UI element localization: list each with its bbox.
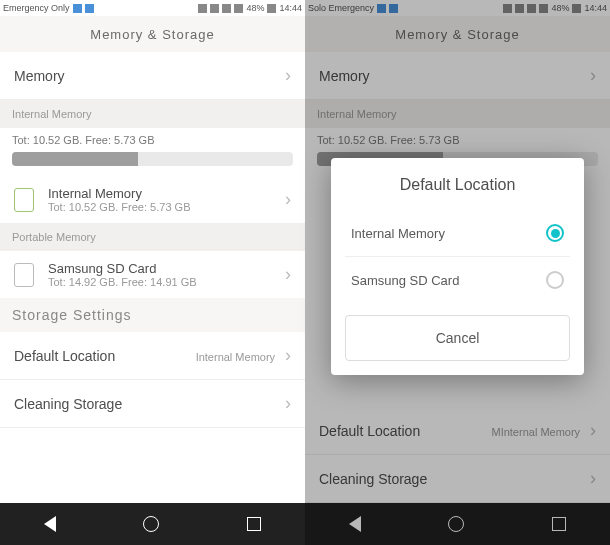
signal-icon	[198, 4, 207, 13]
option-label: Samsung SD Card	[351, 273, 459, 288]
vibrate-icon	[210, 4, 219, 13]
internal-storage-summary: Tot: 10.52 GB. Free: 5.73 GB	[0, 128, 305, 176]
memory-row[interactable]: Memory ›	[0, 52, 305, 100]
sim-icon	[234, 4, 243, 13]
chevron-right-icon: ›	[285, 189, 291, 210]
chevron-right-icon: ›	[285, 264, 291, 285]
battery-text: 48%	[246, 3, 264, 13]
internal-memory-item[interactable]: Internal Memory Tot: 10.52 GB. Free: 5.7…	[0, 176, 305, 223]
default-location-row[interactable]: Default Location Internal Memory ›	[0, 332, 305, 380]
chevron-right-icon: ›	[285, 345, 291, 365]
default-location-label: Default Location	[14, 348, 115, 364]
memory-label: Memory	[14, 68, 65, 84]
chip-icon	[14, 188, 34, 212]
portable-memory-section: Portable Memory	[0, 223, 305, 251]
notification-icon	[85, 4, 94, 13]
status-bar: Emergency Only 48% 14:44	[0, 0, 305, 16]
dialog-title: Default Location	[331, 158, 584, 210]
page-title: Memory & Storage	[0, 16, 305, 52]
wifi-icon	[222, 4, 231, 13]
radio-unchecked-icon	[546, 271, 564, 289]
chevron-right-icon: ›	[285, 65, 291, 86]
screen-left: Emergency Only 48% 14:44 Memory & Storag…	[0, 0, 305, 545]
navigation-bar	[0, 503, 305, 545]
internal-memory-title: Internal Memory	[48, 186, 271, 201]
default-location-dialog: Default Location Internal Memory Samsung…	[331, 158, 584, 375]
storage-summary-text: Tot: 10.52 GB. Free: 5.73 GB	[12, 134, 293, 146]
cleaning-storage-label: Cleaning Storage	[14, 396, 122, 412]
sd-card-icon	[14, 263, 34, 287]
screen-right: Solo Emergency 48% 14:44 Memory & Storag…	[305, 0, 610, 545]
storage-settings-header: Storage Settings	[0, 298, 305, 332]
sd-card-title: Samsung SD Card	[48, 261, 271, 276]
recent-button[interactable]	[247, 517, 261, 531]
home-button[interactable]	[143, 516, 159, 532]
option-label: Internal Memory	[351, 226, 445, 241]
notification-icon	[73, 4, 82, 13]
chevron-right-icon: ›	[285, 393, 291, 414]
internal-memory-section: Internal Memory	[0, 100, 305, 128]
carrier-text: Emergency Only	[3, 3, 70, 13]
battery-icon	[267, 4, 276, 13]
internal-memory-sub: Tot: 10.52 GB. Free: 5.73 GB	[48, 201, 271, 213]
sd-card-item[interactable]: Samsung SD Card Tot: 14.92 GB. Free: 14.…	[0, 251, 305, 298]
option-internal-memory[interactable]: Internal Memory	[331, 210, 584, 256]
default-location-value: Internal Memory	[196, 351, 275, 363]
storage-progress-bar	[12, 152, 293, 166]
clock-text: 14:44	[279, 3, 302, 13]
cancel-button[interactable]: Cancel	[345, 315, 570, 361]
option-sd-card[interactable]: Samsung SD Card	[331, 257, 584, 303]
radio-checked-icon	[546, 224, 564, 242]
storage-progress-fill	[12, 152, 138, 166]
sd-card-sub: Tot: 14.92 GB. Free: 14.91 GB	[48, 276, 271, 288]
cleaning-storage-row[interactable]: Cleaning Storage ›	[0, 380, 305, 428]
back-button[interactable]	[44, 516, 56, 532]
